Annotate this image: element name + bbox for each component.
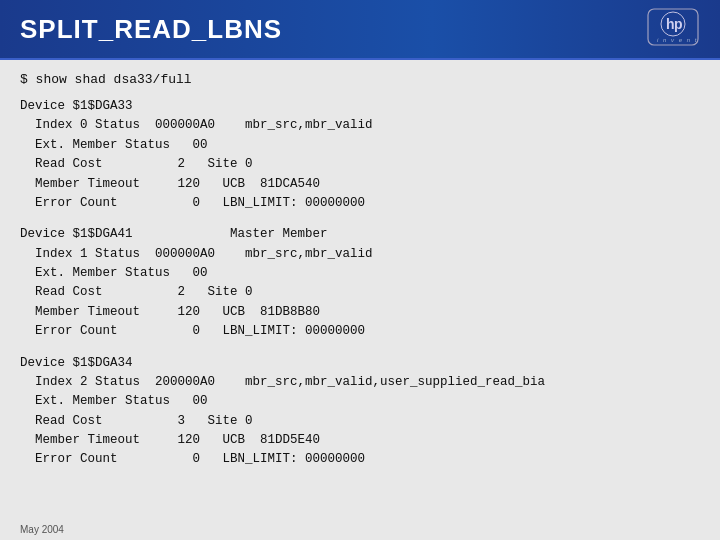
header: SPLIT_READ_LBNS h p i n v e n t bbox=[0, 0, 720, 60]
device3-member-timeout: Member Timeout 120 UCB 81DD5E40 bbox=[20, 431, 700, 450]
device2-line2: Index 1 Status 000000A0 mbr_src,mbr_vali… bbox=[20, 245, 700, 264]
device1-line2: Index 0 Status 000000A0 mbr_src,mbr_vali… bbox=[20, 116, 700, 135]
device2-error-count: Error Count 0 LBN_LIMIT: 00000000 bbox=[20, 322, 700, 341]
device1-line4: Read Cost 2 Site 0 bbox=[20, 155, 700, 174]
svg-text:i n v e n t: i n v e n t bbox=[657, 37, 698, 43]
device3-line2: Index 2 Status 200000A0 mbr_src,mbr_vali… bbox=[20, 373, 700, 392]
footer: May 2004 bbox=[0, 518, 720, 540]
main-content: $ show shad dsa33/full Device $1$DGA33 I… bbox=[0, 60, 720, 518]
device-block-1: Device $1$DGA33 Index 0 Status 000000A0 … bbox=[20, 97, 700, 213]
svg-text:p: p bbox=[674, 16, 683, 32]
device3-error-count: Error Count 0 LBN_LIMIT: 00000000 bbox=[20, 450, 700, 469]
device2-line3: Ext. Member Status 00 bbox=[20, 264, 700, 283]
device1-line1: Device $1$DGA33 bbox=[20, 97, 700, 116]
device1-member-timeout: Member Timeout 120 UCB 81DCA540 bbox=[20, 175, 700, 194]
device2-line4: Read Cost 2 Site 0 bbox=[20, 283, 700, 302]
device2-line1: Device $1$DGA41 Master Member bbox=[20, 225, 700, 244]
device3-line4: Read Cost 3 Site 0 bbox=[20, 412, 700, 431]
device3-line1: Device $1$DGA34 bbox=[20, 354, 700, 373]
footer-date: May 2004 bbox=[20, 524, 64, 535]
command-line: $ show shad dsa33/full bbox=[20, 72, 700, 87]
device1-error-count: Error Count 0 LBN_LIMIT: 00000000 bbox=[20, 194, 700, 213]
device1-line3: Ext. Member Status 00 bbox=[20, 136, 700, 155]
page-title: SPLIT_READ_LBNS bbox=[20, 14, 282, 45]
device-block-2: Device $1$DGA41 Master Member Index 1 St… bbox=[20, 225, 700, 341]
device-block-3: Device $1$DGA34 Index 2 Status 200000A0 … bbox=[20, 354, 700, 470]
hp-logo-icon: h p i n v e n t bbox=[646, 7, 700, 51]
device3-line3: Ext. Member Status 00 bbox=[20, 392, 700, 411]
device2-member-timeout: Member Timeout 120 UCB 81DB8B80 bbox=[20, 303, 700, 322]
